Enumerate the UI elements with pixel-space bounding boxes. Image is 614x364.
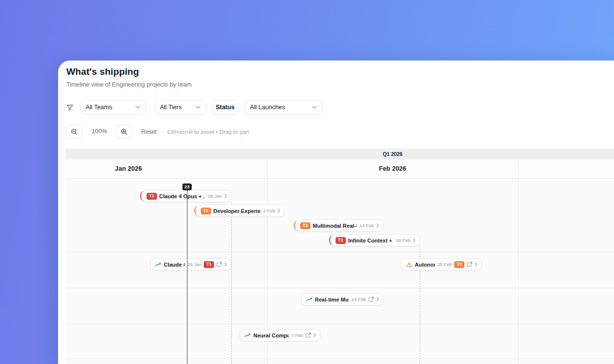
zoom-hint-text: Ctrl+scroll to zoom • Drag to pan <box>167 129 249 135</box>
bar-start-bracket <box>194 206 199 216</box>
chevron-down-icon <box>312 106 317 109</box>
month-label-feb: Feb 2026 <box>379 165 406 172</box>
chevron-right-icon <box>475 262 478 267</box>
lane-divider <box>66 359 614 359</box>
project-bar-claude-4-opus[interactable]: T1 Claude 4 Opus + ... 28 Jan <box>142 190 231 202</box>
zoom-level: 100% <box>87 128 112 135</box>
month-gridline <box>518 159 519 364</box>
teams-filter-dropdown[interactable]: All Teams <box>80 100 146 115</box>
project-date: 3 Feb <box>263 208 275 213</box>
zoom-in-button[interactable] <box>116 124 132 139</box>
zoom-in-icon <box>121 128 127 135</box>
tier-badge: T2 <box>300 222 310 229</box>
trending-up-icon <box>155 262 161 267</box>
launch-title: Real-time Multi... <box>315 297 349 303</box>
chevron-right-icon <box>376 223 379 228</box>
zoom-out-button[interactable] <box>66 124 82 139</box>
tier-badge: T2 <box>454 261 464 268</box>
tiers-filter-value: All Tiers <box>160 104 182 111</box>
lane-divider <box>66 252 614 252</box>
launch-chip-claude-4[interactable]: Claude 4 ... 28 Jan T1 <box>150 258 231 271</box>
timeline-canvas[interactable]: Q1 2026 Jan 2026 Feb 2026 23 T1 Claude 4… <box>65 149 614 364</box>
chevron-right-icon <box>224 194 227 198</box>
project-title: Multimodal Real-t... <box>313 223 357 229</box>
launch-date: 25 Feb <box>437 262 452 267</box>
project-date: 28 Jan <box>208 193 222 199</box>
timeline-lanes <box>65 179 614 364</box>
bar-start-bracket <box>294 220 299 231</box>
status-filter-button[interactable]: Status <box>212 100 238 115</box>
chevron-right-icon <box>224 262 227 267</box>
whats-shipping-panel: What's shipping Timeline view of Enginee… <box>58 61 614 364</box>
lane-divider <box>66 288 614 288</box>
today-date-badge: 23 <box>183 183 192 190</box>
external-link-icon <box>306 333 311 338</box>
month-header-row: Jan 2026 Feb 2026 <box>65 159 614 179</box>
bar-start-bracket <box>329 235 334 245</box>
project-title: Developer Experie... <box>214 208 261 214</box>
page-subtitle: Timeline view of Engineering projects by… <box>66 81 192 88</box>
project-date: 14 Feb <box>359 223 374 228</box>
launch-date: 7 Feb <box>291 333 303 338</box>
external-link-icon <box>467 262 472 267</box>
project-bar-infinite-context[interactable]: T1 Infinite Context + ... 18 Feb <box>331 234 420 246</box>
project-date: 18 Feb <box>396 238 410 243</box>
tier-badge: T2 <box>201 208 211 214</box>
tier-badge: T1 <box>336 237 346 244</box>
filter-funnel-icon <box>66 104 73 111</box>
tier-badge: T1 <box>204 261 214 268</box>
chevron-down-icon <box>135 106 140 109</box>
quarter-label: Q1 2026 <box>383 151 402 157</box>
chevron-right-icon <box>313 333 316 337</box>
launches-filter-dropdown[interactable]: All Launches <box>245 100 322 115</box>
launch-chip-neural-computer[interactable]: Neural Computer... 7 Feb <box>240 329 320 341</box>
deadline-marker-line <box>231 202 232 364</box>
chevron-right-icon <box>376 297 379 302</box>
quarter-header-bar: Q1 2026 <box>65 149 614 160</box>
chevron-right-icon <box>277 209 280 213</box>
launch-title: Neural Computer... <box>253 333 289 338</box>
launch-chip-realtime-multi[interactable]: Real-time Multi... 14 Feb <box>301 293 383 305</box>
trending-up-icon <box>245 333 251 338</box>
zoom-toolbar: 100% Reset Ctrl+scroll to zoom • Drag to… <box>58 124 614 139</box>
project-title: Infinite Context + ... <box>348 238 394 243</box>
page-title: What's shipping <box>66 66 139 77</box>
lane-divider <box>66 324 614 324</box>
today-line <box>187 186 187 364</box>
trending-up-icon <box>306 297 312 302</box>
launch-title: Claude 4 ... <box>164 262 185 268</box>
chevron-down-icon <box>196 106 201 109</box>
chevron-right-icon <box>413 238 416 243</box>
tier-badge: T1 <box>147 193 157 200</box>
external-link-icon <box>216 262 222 267</box>
launches-filter-value: All Launches <box>250 104 285 111</box>
teams-filter-value: All Teams <box>86 104 112 111</box>
launch-date: 28 Jan <box>187 262 202 267</box>
external-link-icon <box>368 297 374 302</box>
project-bar-multimodal-realtime[interactable]: T2 Multimodal Real-t... 14 Feb <box>295 219 383 232</box>
month-label-jan: Jan 2026 <box>115 165 142 172</box>
warning-icon <box>406 262 412 268</box>
project-title: Claude 4 Opus + ... <box>159 193 206 199</box>
launch-date: 14 Feb <box>351 297 366 302</box>
bar-start-bracket <box>140 191 145 201</box>
launch-chip-autonomous[interactable]: Autonomo... 25 Feb T2 <box>401 258 482 271</box>
launch-title: Autonomo... <box>415 262 435 268</box>
filter-bar: All Teams All Tiers Status All Launches <box>58 100 614 115</box>
zoom-out-icon <box>71 128 78 135</box>
zoom-reset-button[interactable]: Reset <box>141 128 156 135</box>
project-bar-developer-experience[interactable]: T2 Developer Experie... 3 Feb <box>196 205 284 217</box>
status-filter-label: Status <box>215 104 234 111</box>
tiers-filter-dropdown[interactable]: All Tiers <box>154 100 206 115</box>
